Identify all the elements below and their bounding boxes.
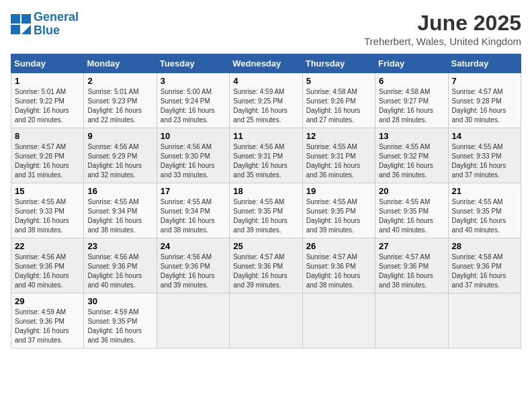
calendar-cell: 14Sunrise: 4:55 AMSunset: 9:33 PMDayligh… bbox=[448, 128, 521, 183]
calendar-week-4: 22Sunrise: 4:56 AMSunset: 9:36 PMDayligh… bbox=[11, 238, 521, 293]
day-info: Sunrise: 4:56 AMSunset: 9:31 PMDaylight:… bbox=[233, 142, 298, 180]
day-info: Sunrise: 4:57 AMSunset: 9:36 PMDaylight:… bbox=[233, 253, 298, 290]
day-number: 27 bbox=[379, 241, 444, 251]
day-number: 22 bbox=[15, 241, 80, 251]
day-info: Sunrise: 5:01 AMSunset: 9:22 PMDaylight:… bbox=[15, 87, 80, 125]
day-number: 13 bbox=[379, 131, 444, 141]
calendar-cell: 1Sunrise: 5:01 AMSunset: 9:22 PMDaylight… bbox=[11, 73, 84, 128]
calendar-cell: 27Sunrise: 4:57 AMSunset: 9:36 PMDayligh… bbox=[375, 238, 448, 293]
calendar-week-3: 15Sunrise: 4:55 AMSunset: 9:33 PMDayligh… bbox=[11, 183, 521, 238]
day-info: Sunrise: 4:55 AMSunset: 9:31 PMDaylight:… bbox=[306, 142, 371, 180]
day-info: Sunrise: 4:57 AMSunset: 9:36 PMDaylight:… bbox=[306, 253, 371, 290]
day-info: Sunrise: 4:57 AMSunset: 9:36 PMDaylight:… bbox=[379, 253, 444, 290]
day-number: 28 bbox=[452, 241, 517, 251]
day-number: 2 bbox=[87, 76, 152, 86]
day-number: 1 bbox=[15, 76, 80, 86]
day-info: Sunrise: 4:55 AMSunset: 9:33 PMDaylight:… bbox=[15, 197, 80, 235]
day-info: Sunrise: 4:55 AMSunset: 9:35 PMDaylight:… bbox=[233, 197, 298, 235]
calendar-cell: 6Sunrise: 4:58 AMSunset: 9:27 PMDaylight… bbox=[375, 73, 448, 128]
day-number: 5 bbox=[306, 76, 371, 86]
day-number: 6 bbox=[379, 76, 444, 86]
day-number: 24 bbox=[161, 241, 226, 251]
calendar-cell: 20Sunrise: 4:55 AMSunset: 9:35 PMDayligh… bbox=[375, 183, 448, 238]
day-info: Sunrise: 4:56 AMSunset: 9:36 PMDaylight:… bbox=[15, 253, 80, 290]
day-number: 16 bbox=[87, 186, 152, 196]
day-number: 10 bbox=[161, 131, 226, 141]
day-number: 18 bbox=[233, 186, 298, 196]
day-number: 12 bbox=[306, 131, 371, 141]
calendar-cell: 18Sunrise: 4:55 AMSunset: 9:35 PMDayligh… bbox=[230, 183, 302, 238]
calendar-week-2: 8Sunrise: 4:57 AMSunset: 9:28 PMDaylight… bbox=[11, 128, 521, 183]
day-number: 8 bbox=[15, 131, 80, 141]
header-sunday: Sunday bbox=[11, 54, 84, 73]
calendar-cell: 3Sunrise: 5:00 AMSunset: 9:24 PMDaylight… bbox=[157, 73, 229, 128]
logo-icon bbox=[11, 14, 31, 34]
calendar-cell: 29Sunrise: 4:59 AMSunset: 9:36 PMDayligh… bbox=[11, 293, 84, 349]
header-friday: Friday bbox=[375, 54, 448, 73]
day-number: 25 bbox=[233, 241, 298, 251]
day-info: Sunrise: 4:58 AMSunset: 9:36 PMDaylight:… bbox=[452, 253, 517, 290]
calendar-cell: 28Sunrise: 4:58 AMSunset: 9:36 PMDayligh… bbox=[448, 238, 521, 293]
day-info: Sunrise: 4:56 AMSunset: 9:36 PMDaylight:… bbox=[87, 253, 152, 290]
calendar-cell: 30Sunrise: 4:59 AMSunset: 9:35 PMDayligh… bbox=[84, 293, 157, 349]
day-number: 7 bbox=[452, 76, 517, 86]
calendar-header: Sunday Monday Tuesday Wednesday Thursday… bbox=[11, 54, 521, 73]
day-info: Sunrise: 4:55 AMSunset: 9:35 PMDaylight:… bbox=[306, 197, 371, 235]
day-number: 14 bbox=[452, 131, 517, 141]
day-number: 29 bbox=[15, 296, 80, 306]
calendar-cell: 7Sunrise: 4:57 AMSunset: 9:28 PMDaylight… bbox=[448, 73, 521, 128]
day-info: Sunrise: 4:59 AMSunset: 9:36 PMDaylight:… bbox=[15, 308, 80, 345]
day-info: Sunrise: 4:58 AMSunset: 9:26 PMDaylight:… bbox=[306, 87, 371, 125]
day-info: Sunrise: 4:55 AMSunset: 9:32 PMDaylight:… bbox=[379, 142, 444, 180]
day-number: 19 bbox=[306, 186, 371, 196]
calendar-cell: 16Sunrise: 4:55 AMSunset: 9:34 PMDayligh… bbox=[84, 183, 157, 238]
day-info: Sunrise: 4:59 AMSunset: 9:35 PMDaylight:… bbox=[87, 308, 152, 345]
calendar-cell: 13Sunrise: 4:55 AMSunset: 9:32 PMDayligh… bbox=[375, 128, 448, 183]
day-info: Sunrise: 4:55 AMSunset: 9:34 PMDaylight:… bbox=[87, 197, 152, 235]
svg-rect-0 bbox=[11, 14, 20, 24]
header-thursday: Thursday bbox=[302, 54, 375, 73]
day-number: 23 bbox=[87, 241, 152, 251]
day-info: Sunrise: 4:59 AMSunset: 9:25 PMDaylight:… bbox=[233, 87, 298, 125]
day-info: Sunrise: 4:56 AMSunset: 9:30 PMDaylight:… bbox=[161, 142, 226, 180]
calendar-cell: 23Sunrise: 4:56 AMSunset: 9:36 PMDayligh… bbox=[84, 238, 157, 293]
calendar-body: 1Sunrise: 5:01 AMSunset: 9:22 PMDaylight… bbox=[11, 73, 521, 349]
day-number: 20 bbox=[379, 186, 444, 196]
calendar-week-5: 29Sunrise: 4:59 AMSunset: 9:36 PMDayligh… bbox=[11, 293, 521, 349]
day-info: Sunrise: 4:55 AMSunset: 9:35 PMDaylight:… bbox=[379, 197, 444, 235]
calendar-week-1: 1Sunrise: 5:01 AMSunset: 9:22 PMDaylight… bbox=[11, 73, 521, 128]
calendar-table: Sunday Monday Tuesday Wednesday Thursday… bbox=[11, 54, 521, 349]
day-number: 30 bbox=[87, 296, 152, 306]
calendar-cell: 10Sunrise: 4:56 AMSunset: 9:30 PMDayligh… bbox=[157, 128, 229, 183]
calendar-title: June 2025 bbox=[364, 11, 521, 36]
day-number: 17 bbox=[161, 186, 226, 196]
logo: General Blue bbox=[11, 11, 79, 38]
day-info: Sunrise: 4:57 AMSunset: 9:28 PMDaylight:… bbox=[452, 87, 517, 125]
calendar-cell bbox=[302, 293, 375, 349]
calendar-cell: 2Sunrise: 5:01 AMSunset: 9:23 PMDaylight… bbox=[84, 73, 157, 128]
calendar-cell: 22Sunrise: 4:56 AMSunset: 9:36 PMDayligh… bbox=[11, 238, 84, 293]
day-info: Sunrise: 4:55 AMSunset: 9:33 PMDaylight:… bbox=[452, 142, 517, 180]
day-info: Sunrise: 5:01 AMSunset: 9:23 PMDaylight:… bbox=[87, 87, 152, 125]
calendar-cell: 15Sunrise: 4:55 AMSunset: 9:33 PMDayligh… bbox=[11, 183, 84, 238]
title-block: June 2025 Treherbert, Wales, United King… bbox=[364, 11, 521, 47]
calendar-cell: 21Sunrise: 4:55 AMSunset: 9:35 PMDayligh… bbox=[448, 183, 521, 238]
calendar-cell bbox=[230, 293, 302, 349]
day-info: Sunrise: 4:58 AMSunset: 9:27 PMDaylight:… bbox=[379, 87, 444, 125]
day-info: Sunrise: 4:56 AMSunset: 9:36 PMDaylight:… bbox=[161, 253, 226, 290]
calendar-cell: 12Sunrise: 4:55 AMSunset: 9:31 PMDayligh… bbox=[302, 128, 375, 183]
day-number: 4 bbox=[233, 76, 298, 86]
calendar-cell: 17Sunrise: 4:55 AMSunset: 9:34 PMDayligh… bbox=[157, 183, 229, 238]
svg-marker-3 bbox=[21, 25, 31, 34]
day-info: Sunrise: 4:55 AMSunset: 9:35 PMDaylight:… bbox=[452, 197, 517, 235]
calendar-cell: 5Sunrise: 4:58 AMSunset: 9:26 PMDaylight… bbox=[302, 73, 375, 128]
day-number: 11 bbox=[233, 131, 298, 141]
header-tuesday: Tuesday bbox=[157, 54, 229, 73]
logo-text: General Blue bbox=[34, 11, 79, 38]
day-number: 3 bbox=[161, 76, 226, 86]
svg-rect-2 bbox=[11, 25, 20, 34]
header-wednesday: Wednesday bbox=[230, 54, 302, 73]
calendar-cell: 11Sunrise: 4:56 AMSunset: 9:31 PMDayligh… bbox=[230, 128, 302, 183]
day-info: Sunrise: 5:00 AMSunset: 9:24 PMDaylight:… bbox=[161, 87, 226, 125]
calendar-cell bbox=[448, 293, 521, 349]
